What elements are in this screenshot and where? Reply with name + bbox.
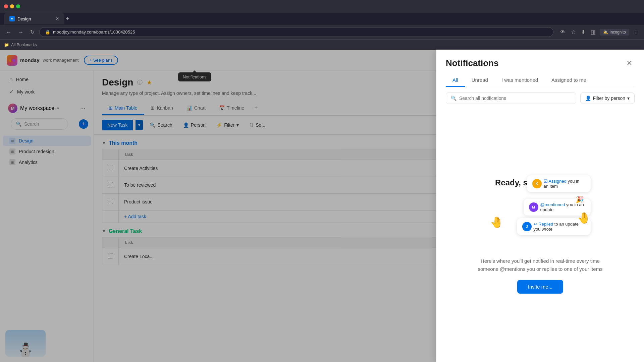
- new-tab-button[interactable]: +: [66, 15, 69, 22]
- hand-left-icon: 🤚: [490, 216, 503, 229]
- tab-close-button[interactable]: ✕: [56, 16, 59, 21]
- notifications-body: Ready, set, get notified! 🤚 M @mentioned…: [436, 109, 644, 362]
- incognito-label: Incognito: [609, 30, 626, 35]
- notifications-panel: Notifications ✕ All Unread I was mention…: [436, 70, 644, 362]
- notifications-tabs: All Unread I was mentioned Assigned to m…: [446, 74, 635, 87]
- confetti-icon: 🎉: [576, 195, 584, 203]
- incognito-icon: 🕵: [603, 30, 608, 35]
- browser-toolbar: ← → ↻ 🔒 moodjoy.monday.com/boards/183042…: [0, 25, 644, 40]
- notifications-search-row: 🔍 👤 Filter by person ▾: [436, 87, 644, 109]
- notifications-filter-button[interactable]: 👤 Filter by person ▾: [580, 93, 635, 104]
- bookmarks-bar: 📁 All Bookmarks: [0, 40, 644, 50]
- app-body: ⌂ Home ✓ My work M My workspace ▾ ⋯: [0, 70, 644, 362]
- notif-search-icon: 🔍: [451, 96, 457, 101]
- app: monday work management + See plans 🔔 Not…: [0, 50, 644, 362]
- url-text: moodjoy.monday.com/boards/1830420525: [53, 29, 135, 35]
- notif-tab-mentioned[interactable]: I was mentioned: [495, 74, 545, 87]
- browser-controls: [4, 4, 20, 8]
- notifications-header: Notifications ✕ All Unread I was mention…: [436, 70, 644, 87]
- download-icon[interactable]: ⬇: [580, 27, 587, 37]
- address-bar[interactable]: 🔒 moodjoy.monday.com/boards/1830420525: [39, 27, 553, 37]
- tab-bar: M Design ✕ +: [0, 13, 644, 25]
- bookmarks-label: All Bookmarks: [11, 43, 37, 47]
- incognito-badge: 🕵 Incognito: [600, 29, 629, 36]
- bookmarks-icon: 📁: [4, 43, 9, 47]
- star-icon[interactable]: ☆: [570, 27, 577, 37]
- minimize-window-button[interactable]: [10, 4, 14, 8]
- notif-tab-assigned[interactable]: Assigned to me: [545, 74, 593, 87]
- tab-favicon: M: [9, 16, 15, 21]
- sidebar-icon[interactable]: ▥: [589, 27, 597, 37]
- notifications-search-input[interactable]: [459, 96, 571, 101]
- eye-icon[interactable]: 👁: [559, 28, 567, 37]
- bubble-highlight-3: ☑ Assigned: [544, 179, 567, 184]
- back-button[interactable]: ←: [4, 28, 13, 37]
- filter-person-icon: 👤: [585, 96, 591, 101]
- notif-tab-all[interactable]: All: [446, 74, 465, 87]
- bubble-text-1: @mentioned you in an update: [540, 202, 585, 212]
- notification-bubble-assigned: K ☑ Assigned you in an item: [527, 175, 591, 192]
- notifications-search[interactable]: 🔍: [446, 93, 576, 104]
- notifications-illustration: 🤚 M @mentioned you in an update J ↩ Repl…: [490, 195, 591, 249]
- tab-title: Design: [17, 16, 31, 21]
- more-options-icon[interactable]: ⋮: [632, 27, 640, 37]
- bubble-highlight-2: ↩ Replied: [534, 222, 553, 227]
- refresh-button[interactable]: ↻: [28, 27, 37, 37]
- browser-tab-design[interactable]: M Design ✕: [4, 13, 64, 24]
- forward-button[interactable]: →: [16, 28, 25, 37]
- browser-icons: 👁 ☆ ⬇ ▥ 🕵 Incognito ⋮: [559, 27, 640, 37]
- filter-chevron-down-icon: ▾: [627, 96, 630, 101]
- browser-chrome: M Design ✕ + ← → ↻ 🔒 moodjoy.monday.com/…: [0, 0, 644, 50]
- bubble-avatar-3: K: [532, 179, 542, 188]
- filter-by-person-label: Filter by person: [593, 96, 625, 101]
- bubble-highlight-1: @mentioned: [540, 202, 565, 207]
- bubble-avatar-1: M: [529, 202, 538, 212]
- notifications-cta-button[interactable]: Invite me...: [517, 280, 563, 294]
- browser-titlebar: [0, 0, 644, 13]
- main-dim-overlay: [0, 70, 436, 362]
- maximize-window-button[interactable]: [16, 4, 20, 8]
- notif-tab-unread[interactable]: Unread: [465, 74, 495, 87]
- close-window-button[interactable]: [4, 4, 8, 8]
- bubble-avatar-2: J: [522, 222, 532, 231]
- bubble-text-3: ☑ Assigned you in an item: [544, 179, 585, 189]
- hand-right-icon: 🤚: [577, 212, 591, 224]
- notifications-description: Here's where you'll get notified in real…: [473, 257, 607, 273]
